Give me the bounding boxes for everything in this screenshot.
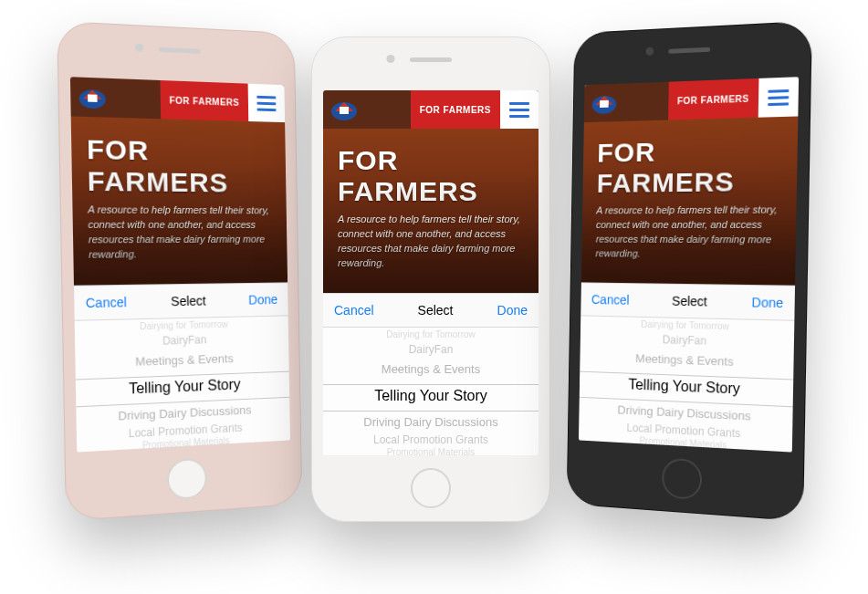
svg-rect-3 xyxy=(340,107,349,114)
picker-sheet: Cancel Select Done Dairying for Tomorrow… xyxy=(579,282,795,452)
hamburger-bar-icon xyxy=(256,95,276,99)
cancel-button[interactable]: Cancel xyxy=(86,295,127,310)
hamburger-bar-icon xyxy=(768,89,789,92)
hamburger-bar-icon xyxy=(509,115,529,118)
app-header-bar: FOR FARMERS xyxy=(584,77,799,122)
picker-option[interactable]: DairyFan xyxy=(75,331,288,350)
front-camera xyxy=(645,47,654,56)
hamburger-bar-icon xyxy=(509,102,529,105)
home-button[interactable] xyxy=(411,468,451,508)
cancel-button[interactable]: Cancel xyxy=(591,292,630,307)
hamburger-bar-icon xyxy=(768,96,789,99)
picker-wheel[interactable]: Dairying for Tomorrow DairyFan Meetings … xyxy=(579,316,794,452)
nav-tab-for-farmers[interactable]: FOR FARMERS xyxy=(160,80,248,121)
picker-option[interactable]: Dairying for Tomorrow xyxy=(580,318,794,333)
phone-frame: FOR FARMERS FOR FARMERS A resource to he… xyxy=(567,21,812,522)
hamburger-bar-icon xyxy=(509,109,529,111)
brand-logo[interactable] xyxy=(584,84,624,123)
app-header-bar: FOR FARMERS xyxy=(323,90,539,129)
svg-rect-5 xyxy=(600,100,609,108)
phone-screen: FOR FARMERS FOR FARMERS A resource to he… xyxy=(323,90,539,455)
earpiece-speaker xyxy=(410,57,452,62)
page-title: FOR FARMERS xyxy=(87,133,273,198)
home-button[interactable] xyxy=(662,458,702,501)
page-subtitle: A resource to help farmers tell their st… xyxy=(338,213,524,271)
page-subtitle: A resource to help farmers tell their st… xyxy=(88,203,274,262)
picker-toolbar: Cancel Select Done xyxy=(323,293,539,328)
picker-option[interactable]: Promotional Materials xyxy=(323,447,539,455)
picker-option[interactable]: Driving Dairy Discussions xyxy=(323,415,539,429)
picker-option[interactable]: Local Promotion Grants xyxy=(323,433,539,446)
phone-screen: FOR FARMERS FOR FARMERS A resource to he… xyxy=(579,77,799,452)
picker-highlight xyxy=(323,384,539,412)
phone-center: FOR FARMERS FOR FARMERS A resource to he… xyxy=(311,36,550,522)
home-button[interactable] xyxy=(167,458,207,501)
picker-title: Select xyxy=(418,303,454,318)
hero-banner: FOR FARMERS A resource to help farmers t… xyxy=(323,129,539,302)
earpiece-speaker xyxy=(668,47,710,54)
hero-banner: FOR FARMERS A resource to help farmers t… xyxy=(71,116,288,295)
done-button[interactable]: Done xyxy=(751,295,783,310)
picker-option[interactable]: DairyFan xyxy=(580,331,794,350)
front-camera xyxy=(135,43,143,52)
picker-toolbar: Cancel Select Done xyxy=(74,282,288,320)
app-header-bar: FOR FARMERS xyxy=(70,77,285,122)
svg-point-0 xyxy=(79,89,106,109)
picker-sheet: Cancel Select Done Dairying for Tomorrow… xyxy=(74,282,290,452)
page-title: FOR FARMERS xyxy=(597,133,783,198)
picker-sheet: Cancel Select Done Dairying for Tomorrow… xyxy=(323,293,539,455)
picker-title: Select xyxy=(672,294,707,309)
earpiece-speaker xyxy=(159,47,201,54)
picker-title: Select xyxy=(171,294,206,309)
hamburger-bar-icon xyxy=(768,102,789,106)
brand-logo[interactable] xyxy=(323,90,365,129)
picker-wheel[interactable]: Dairying for Tomorrow DairyFan Meetings … xyxy=(75,316,290,452)
picker-option[interactable]: Dairying for Tomorrow xyxy=(323,329,539,339)
hero-banner: FOR FARMERS A resource to help farmers t… xyxy=(581,116,799,295)
phone-frame: FOR FARMERS FOR FARMERS A resource to he… xyxy=(57,21,302,522)
phone-left: FOR FARMERS FOR FARMERS A resource to he… xyxy=(57,21,302,522)
picker-wheel[interactable]: Dairying for Tomorrow DairyFan Meetings … xyxy=(323,328,539,455)
device-mockup-stage: FOR FARMERS FOR FARMERS A resource to he… xyxy=(0,0,868,594)
svg-rect-1 xyxy=(88,94,98,102)
hamburger-menu-button[interactable] xyxy=(248,84,286,122)
picker-option-selected[interactable]: Telling Your Story xyxy=(323,388,539,404)
page-title: FOR FARMERS xyxy=(338,145,524,207)
brand-logo[interactable] xyxy=(70,77,115,118)
done-button[interactable]: Done xyxy=(248,292,277,307)
picker-option[interactable]: Meetings & Events xyxy=(75,349,288,370)
front-camera xyxy=(387,55,395,63)
nav-tab-label: FOR FARMERS xyxy=(420,105,491,115)
hamburger-menu-button[interactable] xyxy=(500,90,539,129)
picker-option[interactable]: Dairying for Tomorrow xyxy=(75,318,288,333)
cancel-button[interactable]: Cancel xyxy=(334,303,374,318)
hamburger-bar-icon xyxy=(257,108,277,111)
picker-option[interactable]: Meetings & Events xyxy=(580,349,793,370)
done-button[interactable]: Done xyxy=(497,303,528,318)
phone-right: FOR FARMERS FOR FARMERS A resource to he… xyxy=(567,21,812,522)
nav-tab-for-farmers[interactable]: FOR FARMERS xyxy=(668,78,759,120)
nav-tab-label: FOR FARMERS xyxy=(677,93,749,106)
nav-tab-for-farmers[interactable]: FOR FARMERS xyxy=(411,90,500,129)
phone-frame: FOR FARMERS FOR FARMERS A resource to he… xyxy=(311,36,550,522)
hamburger-bar-icon xyxy=(256,101,276,105)
picker-option[interactable]: DairyFan xyxy=(323,343,539,356)
phone-screen: FOR FARMERS FOR FARMERS A resource to he… xyxy=(70,77,290,452)
picker-toolbar: Cancel Select Done xyxy=(580,282,795,320)
hamburger-menu-button[interactable] xyxy=(758,77,799,117)
nav-tab-label: FOR FARMERS xyxy=(169,95,239,108)
picker-option[interactable]: Meetings & Events xyxy=(323,362,539,376)
page-subtitle: A resource to help farmers tell their st… xyxy=(595,203,781,262)
